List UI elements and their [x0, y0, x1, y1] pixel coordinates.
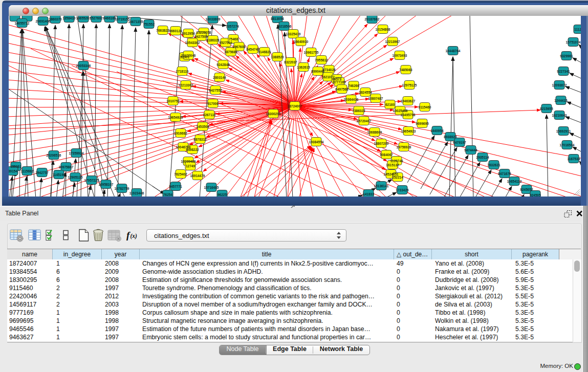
- svg-text:10543362: 10543362: [185, 41, 200, 45]
- svg-text:15692911: 15692911: [556, 129, 571, 133]
- svg-text:39154: 39154: [9, 169, 17, 173]
- svg-text:9777169: 9777169: [333, 80, 346, 84]
- svg-text:20053346: 20053346: [76, 64, 91, 68]
- svg-text:924505: 924505: [530, 193, 541, 197]
- svg-text:18724007: 18724007: [288, 104, 302, 108]
- svg-text:9245052: 9245052: [520, 188, 533, 191]
- svg-text:23420046: 23420046: [181, 54, 196, 57]
- svg-text:8186328: 8186328: [206, 38, 220, 42]
- svg-text:1120746: 1120746: [390, 159, 403, 163]
- svg-text:8471676: 8471676: [498, 172, 511, 176]
- svg-text:8912954: 8912954: [182, 32, 195, 35]
- svg-text:1358410: 1358410: [62, 16, 76, 20]
- svg-text:18807209: 18807209: [374, 142, 389, 145]
- svg-text:1615132: 1615132: [386, 163, 399, 167]
- svg-text:252214: 252214: [392, 176, 403, 179]
- svg-text:2935114: 2935114: [476, 156, 489, 159]
- svg-text:16448764: 16448764: [446, 49, 461, 53]
- svg-text:10973493: 10973493: [393, 54, 407, 57]
- svg-text:10958107: 10958107: [99, 183, 114, 186]
- svg-text:15136141: 15136141: [374, 184, 389, 188]
- svg-text:1145194: 1145194: [53, 173, 66, 177]
- svg-text:10025488: 10025488: [393, 109, 408, 113]
- svg-text:7663822: 7663822: [156, 29, 169, 32]
- svg-text:9457771: 9457771: [169, 185, 182, 188]
- svg-text:9146821: 9146821: [258, 50, 271, 54]
- svg-text:10218506: 10218506: [277, 25, 292, 28]
- svg-text:96225: 96225: [217, 193, 227, 196]
- svg-text:6466160: 6466160: [103, 16, 116, 20]
- svg-text:1244415: 1244415: [554, 99, 568, 102]
- svg-text:62160: 62160: [385, 103, 395, 106]
- svg-text:9527504: 9527504: [219, 41, 232, 45]
- svg-text:3875685: 3875685: [224, 50, 237, 54]
- svg-text:2942757: 2942757: [35, 171, 49, 174]
- svg-text:17359924: 17359924: [69, 151, 84, 155]
- svg-text:30975867: 30975867: [59, 165, 74, 169]
- svg-text:19654925: 19654925: [168, 116, 183, 119]
- svg-text:75468: 75468: [229, 37, 238, 41]
- svg-text:10961755: 10961755: [304, 51, 319, 54]
- svg-text:15751074: 15751074: [566, 40, 581, 44]
- svg-text:7632621: 7632621: [487, 163, 500, 167]
- svg-text:8322037: 8322037: [284, 60, 297, 64]
- svg-text:9660124: 9660124: [169, 29, 182, 33]
- svg-text:12093872: 12093872: [552, 83, 567, 87]
- svg-text:16782759: 16782759: [115, 187, 129, 190]
- svg-text:3824554: 3824554: [359, 91, 372, 94]
- svg-text:13325419: 13325419: [286, 32, 301, 36]
- svg-text:17957225: 17957225: [84, 179, 99, 182]
- svg-text:1115682: 1115682: [21, 169, 34, 173]
- svg-text:9227341: 9227341: [557, 70, 570, 73]
- svg-text:16671355: 16671355: [128, 20, 143, 24]
- svg-text:8215955: 8215955: [540, 107, 553, 111]
- svg-text:2967608: 2967608: [232, 45, 246, 49]
- svg-text:6479197: 6479197: [453, 141, 466, 144]
- svg-text:9084067: 9084067: [380, 153, 393, 157]
- svg-text:7955812: 7955812: [315, 58, 328, 62]
- svg-text:13495798: 13495798: [401, 113, 416, 117]
- svg-text:9734028: 9734028: [322, 68, 336, 72]
- svg-text:1010753: 1010753: [166, 99, 180, 103]
- svg-text:16033809: 16033809: [206, 17, 221, 21]
- svg-text:2803144: 2803144: [213, 76, 226, 79]
- svg-text:15716485: 15716485: [204, 186, 219, 189]
- svg-text:1916682: 1916682: [174, 132, 187, 135]
- svg-text:6427552: 6427552: [209, 89, 222, 92]
- svg-text:76254: 76254: [163, 193, 172, 196]
- svg-text:12213302: 12213302: [179, 83, 193, 87]
- svg-text:12749: 12749: [186, 164, 195, 168]
- svg-text:20187682: 20187682: [365, 17, 380, 21]
- svg-text:16640910: 16640910: [294, 40, 309, 43]
- svg-text:7625402: 7625402: [174, 172, 187, 176]
- svg-text:2718110: 2718110: [176, 70, 189, 73]
- svg-text:8813054: 8813054: [271, 17, 284, 20]
- svg-text:12213967: 12213967: [385, 40, 400, 43]
- svg-text:1362615: 1362615: [297, 65, 310, 69]
- svg-text:16914479: 16914479: [190, 174, 205, 178]
- svg-text:7386322: 7386322: [352, 109, 365, 113]
- svg-text:16099489: 16099489: [181, 160, 196, 163]
- svg-text:(x): (x): [130, 233, 138, 239]
- svg-text:6497568: 6497568: [335, 87, 349, 91]
- svg-text:1388520: 1388520: [271, 55, 284, 59]
- svg-text:19463627: 19463627: [401, 99, 416, 103]
- svg-text:7485063: 7485063: [399, 68, 412, 72]
- svg-text:917006: 917006: [207, 102, 219, 105]
- svg-text:9498222: 9498222: [186, 148, 199, 151]
- svg-text:19756928: 19756928: [397, 145, 411, 149]
- svg-text:19654923: 19654923: [401, 129, 416, 133]
- svg-text:1527602: 1527602: [90, 16, 103, 20]
- svg-text:9699695: 9699695: [416, 122, 429, 125]
- svg-text:14055712: 14055712: [15, 21, 30, 25]
- svg-text:9115460: 9115460: [419, 105, 431, 109]
- svg-text:1440954: 1440954: [430, 129, 444, 133]
- svg-text:18300295: 18300295: [266, 112, 281, 116]
- svg-text:12975125: 12975125: [402, 83, 417, 87]
- svg-text:15720407: 15720407: [357, 119, 372, 123]
- svg-text:751552: 751552: [143, 23, 155, 26]
- svg-text:11123: 11123: [574, 28, 581, 31]
- svg-text:746266: 746266: [348, 84, 359, 87]
- svg-text:10719155: 10719155: [115, 17, 130, 21]
- svg-text:20206516: 20206516: [47, 154, 61, 157]
